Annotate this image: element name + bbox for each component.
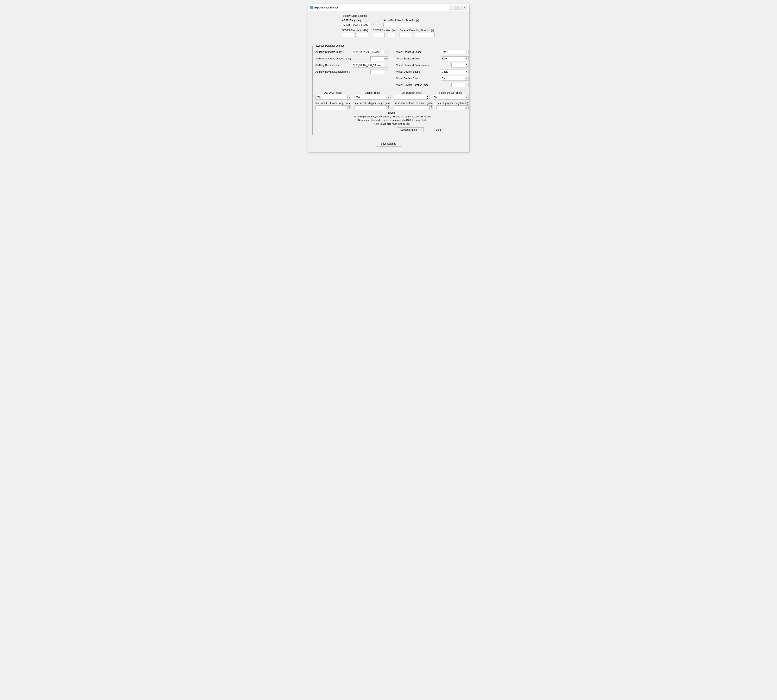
dot-dur-spin-up[interactable]: ▲ <box>426 95 429 97</box>
gen-rec-spin-down[interactable]: ▼ <box>411 35 414 37</box>
vis-dev-shape-select[interactable]: Circle Dart Square Triangle <box>441 70 465 74</box>
vis-std-shape-select[interactable]: Dart Circle Square Triangle <box>441 50 465 54</box>
screen-height-spinbox[interactable]: 194 ▲ ▼ <box>436 105 468 110</box>
screen-height-spin-down[interactable]: ▼ <box>465 108 468 110</box>
ssvep-freq-input[interactable]: 6 <box>343 33 354 37</box>
isi-lower-spin-up[interactable]: ▲ <box>348 106 351 108</box>
aud-dev-dur-spin-up[interactable]: ▲ <box>384 70 388 72</box>
participant-dist-spin-down[interactable]: ▼ <box>430 108 433 110</box>
aep-vep-dropdown[interactable]: 200 100 300 ▼ <box>316 95 351 100</box>
vis-std-color-select[interactable]: Blue Red Green Yellow <box>441 57 465 61</box>
vis-std-color-arrow[interactable]: ▼ <box>465 57 468 61</box>
vis-std-dur-spin-up[interactable]: ▲ <box>465 63 468 65</box>
follow-dot-dropdown[interactable]: 80 40 120 ▼ <box>433 95 469 100</box>
vis-dev-color-dropdown[interactable]: Red Blue Green Yellow ▼ <box>441 76 469 81</box>
saccade-row: Saccade Angle (°) 16.2 <box>316 127 469 132</box>
screen-height-spin-up[interactable]: ▲ <box>465 106 468 108</box>
ep-vis-std-shape-row: Visual Standard Shape: Dart Circle Squar… <box>396 50 469 54</box>
vis-dev-color-arrow[interactable]: ▼ <box>465 77 468 80</box>
aud-dev-tone-dropdown[interactable]: AEP_880Hz_100_10.wav ▼ <box>352 63 388 67</box>
aud-std-dur-spinbox-btns: ▲ ▼ <box>384 57 388 61</box>
vis-std-dur-spinbox[interactable]: 500 ▲ ▼ <box>451 63 469 67</box>
maximize-button[interactable]: □ <box>455 5 461 10</box>
ssvep-freq-spinbox[interactable]: 6 ▲ ▼ <box>342 33 369 37</box>
aud-dev-tone-select[interactable]: AEP_880Hz_100_10.wav <box>352 63 384 67</box>
alpha-spin-down[interactable]: ▼ <box>396 25 399 27</box>
vis-std-color-dropdown[interactable]: Blue Red Green Yellow ▼ <box>441 56 469 61</box>
aep-vep-col: AEP/VEP Trials: 200 100 300 ▼ <box>316 92 351 100</box>
evoked-potential-legend: Evoked Potential Settings <box>316 44 346 47</box>
participant-dist-input[interactable]: 300 <box>394 106 429 110</box>
ssvep-dur-spin-up[interactable]: ▲ <box>385 33 388 35</box>
vis-std-shape-arrow[interactable]: ▼ <box>465 50 468 54</box>
alpha-input[interactable]: 60 <box>384 23 396 27</box>
dot-dur-spinbox-btns: ▲ ▼ <box>426 95 429 100</box>
dot-dur-spinbox[interactable]: 500 ▲ ▼ <box>394 95 430 100</box>
vis-dev-dur-spinbox[interactable]: 500 ▲ ▼ <box>451 83 469 87</box>
gen-rec-spinbox[interactable]: 240 ▲ ▼ <box>399 33 434 37</box>
ssvep-freq-spin-down[interactable]: ▼ <box>354 35 357 37</box>
aep-vep-select[interactable]: 200 100 300 <box>316 95 348 100</box>
aud-dev-tone-arrow[interactable]: ▼ <box>384 63 388 67</box>
vis-dev-shape-dropdown[interactable]: Circle Dart Square Triangle ▼ <box>441 70 469 74</box>
save-settings-button[interactable]: Save Settings <box>376 141 401 147</box>
ssvep-dur-spinbox[interactable]: 240 ▲ ▼ <box>373 33 395 37</box>
participant-dist-spin-up[interactable]: ▲ <box>430 106 433 108</box>
ssvep-freq-spin-up[interactable]: ▲ <box>354 33 357 35</box>
vis-dev-dur-input[interactable]: 500 <box>451 83 465 87</box>
ssvep-dur-spin-down[interactable]: ▼ <box>385 35 388 37</box>
assr-select[interactable]: ASSR_40AM_240.wav <box>343 23 371 27</box>
follow-dot-select[interactable]: 80 40 120 <box>433 95 465 100</box>
alpha-spinbox[interactable]: 60 ▲ ▼ <box>383 23 420 27</box>
follow-dot-arrow[interactable]: ▼ <box>465 95 468 100</box>
screen-height-input[interactable]: 194 <box>437 106 465 110</box>
isi-lower-spinbox[interactable]: 1000 ▲ ▼ <box>316 105 351 110</box>
vis-dev-dur-spin-down[interactable]: ▼ <box>465 85 468 87</box>
isi-lower-input[interactable]: 1000 <box>316 106 348 110</box>
aud-std-tone-select[interactable]: AEP_1kHz_200_10.wav <box>352 50 384 54</box>
aud-std-dur-spinbox[interactable]: 200 ▲ ▼ <box>371 56 388 61</box>
vis-std-dur-input[interactable]: 500 <box>451 63 465 67</box>
note-section: NOTE: For audio paradigms (AEP/Oddball),… <box>316 112 469 126</box>
assr-dropdown-arrow[interactable]: ▼ <box>371 23 375 27</box>
gen-rec-spin-up[interactable]: ▲ <box>411 33 414 35</box>
aep-vep-arrow[interactable]: ▼ <box>347 95 351 100</box>
aud-dev-dur-input[interactable]: 200 <box>371 70 384 74</box>
aud-dev-dur-spin-down[interactable]: ▼ <box>384 72 388 74</box>
minimize-button[interactable]: — <box>449 5 455 10</box>
isi-upper-spinbox[interactable]: 1600 ▲ ▼ <box>354 105 390 110</box>
isi-upper-spin-down[interactable]: ▼ <box>387 108 390 110</box>
vis-dev-dur-spin-up[interactable]: ▲ <box>465 83 468 85</box>
participant-dist-spinbox[interactable]: 300 ▲ ▼ <box>394 105 433 110</box>
isi-upper-spin-up[interactable]: ▲ <box>387 106 390 108</box>
ep-vis-dev-color-row: Visual Deviant Color: Red Blue Green Yel… <box>396 76 469 81</box>
oddball-select[interactable]: 200 100 300 <box>355 95 386 100</box>
aud-dev-dur-spinbox[interactable]: 200 ▲ ▼ <box>371 70 388 74</box>
isi-upper-input[interactable]: 1600 <box>355 106 386 110</box>
aud-std-dur-spin-down[interactable]: ▼ <box>384 58 388 61</box>
vis-dev-shape-label: Visual Deviant Shape: <box>396 70 429 73</box>
assr-dropdown[interactable]: ASSR_40AM_240.wav ▼ <box>342 23 375 27</box>
ss-row1: ASSR File (.wav): ASSR_40AM_240.wav ▼ Al… <box>342 19 435 27</box>
aud-std-tone-arrow[interactable]: ▼ <box>384 50 388 54</box>
aud-std-dur-spin-up[interactable]: ▲ <box>384 57 388 58</box>
aud-std-dur-input[interactable]: 200 <box>371 57 384 61</box>
vis-dev-shape-arrow[interactable]: ▼ <box>465 70 468 74</box>
dot-dur-spin-down[interactable]: ▼ <box>426 97 429 100</box>
isi-lower-spin-down[interactable]: ▼ <box>348 108 351 110</box>
alpha-spin-up[interactable]: ▲ <box>396 23 399 25</box>
vis-std-dur-spin-down[interactable]: ▼ <box>465 65 468 67</box>
dot-dur-input[interactable]: 500 <box>394 95 426 100</box>
aud-std-tone-dropdown[interactable]: AEP_1kHz_200_10.wav ▼ <box>352 50 388 54</box>
oddball-dropdown[interactable]: 200 100 300 ▼ <box>354 95 391 100</box>
vis-std-shape-dropdown[interactable]: Dart Circle Square Triangle ▼ <box>441 50 469 54</box>
gen-rec-input[interactable]: 240 <box>400 33 411 37</box>
steady-state-fieldset: Steady-State Settings ASSR File (.wav): … <box>339 15 438 40</box>
gen-rec-label: General Recording Duration (s): <box>399 29 434 32</box>
close-button[interactable]: ✕ <box>461 5 467 10</box>
oddball-arrow[interactable]: ▼ <box>386 95 390 100</box>
vis-dev-color-select[interactable]: Red Blue Green Yellow <box>441 77 465 80</box>
dot-dur-label: Dot Duration (ms): <box>394 92 430 94</box>
ssvep-dur-input[interactable]: 240 <box>373 33 384 37</box>
saccade-angle-button[interactable]: Saccade Angle (°) <box>397 127 424 132</box>
